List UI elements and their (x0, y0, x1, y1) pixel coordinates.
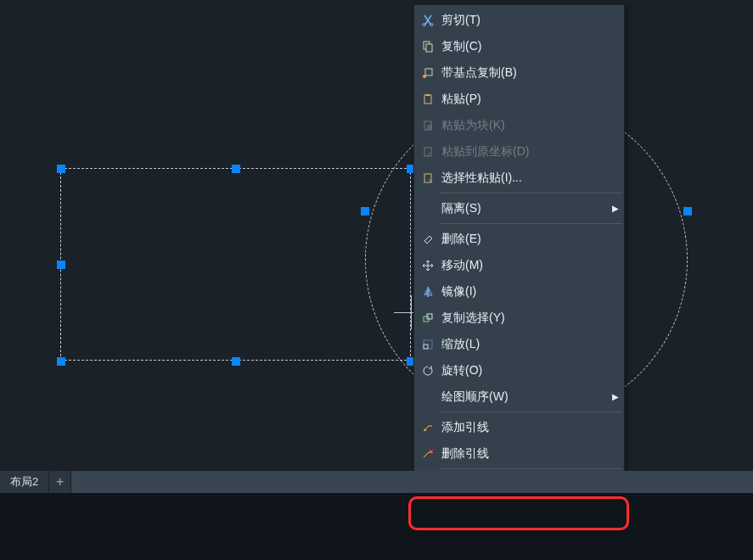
submenu-arrow-icon: ▶ (610, 392, 619, 401)
menu-item-add-leader[interactable]: 添加引线 (414, 414, 624, 440)
mirror-icon (416, 278, 440, 305)
svg-rect-4 (425, 69, 432, 76)
submenu-arrow-icon: ▶ (610, 204, 619, 213)
svg-point-0 (423, 23, 425, 25)
add-leader-icon (416, 414, 440, 440)
menu-label: 粘贴为块(K) (441, 118, 619, 133)
command-area[interactable] (0, 493, 753, 560)
menu-label: 删除引线 (441, 446, 619, 462)
menu-label: 镜像(I) (441, 284, 619, 300)
grip-handle[interactable] (361, 207, 369, 216)
menu-separator (440, 468, 622, 469)
menu-separator (440, 223, 622, 224)
add-layout-tab-button[interactable]: + (49, 471, 71, 493)
grip-handle[interactable] (57, 357, 65, 366)
menu-item-draw-order[interactable]: 绘图顺序(W) ▶ (414, 384, 624, 410)
scale-icon (416, 331, 440, 357)
menu-item-isolate[interactable]: 隔离(S) ▶ (414, 195, 624, 221)
grip-handle[interactable] (57, 165, 65, 173)
menu-label: 粘贴到原坐标(D) (441, 144, 619, 160)
menu-label: 剪切(T) (441, 13, 619, 28)
menu-item-paste-orig: 粘贴到原坐标(D) (414, 138, 624, 165)
tab-label: 布局2 (10, 474, 38, 490)
svg-rect-14 (424, 344, 428, 349)
layout-tab[interactable]: 布局2 (0, 471, 49, 493)
menu-item-erase[interactable]: 删除(E) (414, 226, 624, 252)
del-leader-icon (416, 440, 440, 467)
blank-icon (416, 195, 440, 221)
menu-label: 删除(E) (441, 232, 619, 247)
menu-label: 复制(C) (441, 39, 619, 54)
menu-item-paste-special[interactable]: 选择性粘贴(I)... (414, 165, 624, 191)
drawing-canvas[interactable]: 剪切(T) 复制(C) 带基点复制(B) 粘贴(P) 粘贴为块(K) (0, 0, 753, 471)
menu-item-mirror[interactable]: 镜像(I) (414, 278, 624, 305)
paste-special-icon (416, 165, 440, 191)
menu-label: 移动(M) (441, 258, 619, 273)
menu-item-cut[interactable]: 剪切(T) (414, 7, 624, 33)
menu-label: 缩放(L) (441, 337, 619, 352)
svg-rect-9 (427, 125, 432, 130)
menu-separator (440, 412, 622, 412)
menu-separator (440, 193, 622, 193)
svg-point-1 (430, 23, 433, 25)
scissors-icon (416, 7, 440, 33)
grip-handle[interactable] (57, 260, 65, 269)
menu-item-paste-block: 粘贴为块(K) (414, 112, 624, 138)
menu-item-del-leader[interactable]: 删除引线 (414, 440, 624, 467)
clipboard-icon (416, 86, 440, 112)
copy-icon (416, 33, 440, 59)
menu-label: 复制选择(Y) (441, 311, 619, 326)
menu-item-rotate[interactable]: 旋转(O) (414, 357, 624, 384)
paste-block-icon (416, 112, 440, 138)
copy-selection-icon (416, 305, 440, 331)
svg-rect-3 (426, 44, 432, 52)
grip-handle[interactable] (232, 357, 240, 366)
blank-icon (416, 384, 440, 410)
menu-item-scale[interactable]: 缩放(L) (414, 331, 624, 357)
menu-label: 粘贴(P) (441, 92, 619, 107)
menu-label: 选择性粘贴(I)... (441, 171, 619, 186)
menu-item-paste[interactable]: 粘贴(P) (414, 86, 624, 112)
menu-label: 带基点复制(B) (441, 65, 619, 81)
plus-icon: + (56, 474, 64, 490)
menu-label: 隔离(S) (441, 201, 610, 216)
paste-orig-icon (416, 138, 440, 165)
menu-label: 绘图顺序(W) (441, 389, 610, 405)
svg-rect-6 (424, 95, 431, 104)
selected-rectangle-object (60, 168, 411, 361)
grip-handle[interactable] (683, 207, 692, 216)
menu-item-copy-selection[interactable]: 复制选择(Y) (414, 305, 624, 331)
grip-handle[interactable] (232, 165, 240, 173)
move-icon (416, 252, 440, 278)
eraser-icon (416, 226, 440, 252)
svg-rect-7 (426, 94, 430, 96)
svg-point-5 (423, 75, 426, 78)
menu-label: 添加引线 (441, 420, 619, 435)
layout-tab-bar: 布局2 + (0, 471, 753, 493)
menu-item-move[interactable]: 移动(M) (414, 252, 624, 278)
menu-item-copy[interactable]: 复制(C) (414, 33, 624, 59)
menu-item-copy-base[interactable]: 带基点复制(B) (414, 59, 624, 86)
copy-base-icon (416, 59, 440, 86)
menu-label: 旋转(O) (441, 363, 619, 378)
rotate-icon (416, 357, 440, 384)
